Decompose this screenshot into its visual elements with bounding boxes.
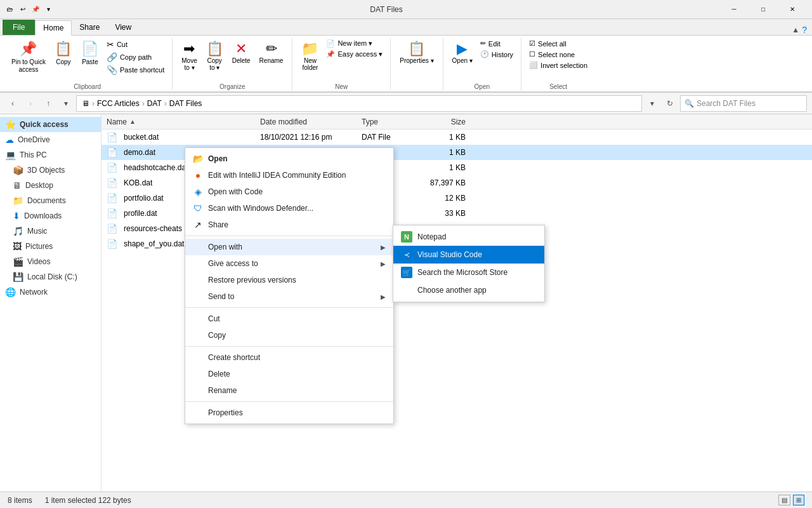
sub-store-item[interactable]: 🛒 Search the Microsoft Store	[393, 264, 544, 281]
file-row-bucket[interactable]: 📄 bucket.dat 18/10/2021 12:16 pm DAT Fil…	[102, 130, 812, 145]
list-view-icon[interactable]: ▤	[778, 495, 790, 505]
sidebar-item-videos[interactable]: 🎬 Videos	[0, 254, 101, 269]
sub-vscode-label: Visual Studio Code	[417, 250, 482, 259]
select-none-button[interactable]: ☐ Select none	[527, 49, 590, 60]
sidebar-item-quick-access[interactable]: ⭐ Quick access	[0, 117, 101, 132]
ctx-create-shortcut-item[interactable]: Create shortcut	[185, 349, 393, 366]
invert-selection-button[interactable]: ⬜ Invert selection	[527, 60, 590, 70]
history-button[interactable]: 🕐 History	[478, 49, 516, 60]
copy-button[interactable]: 📋 Copy	[51, 38, 76, 68]
refresh-button[interactable]: ↻	[662, 96, 678, 111]
search-box[interactable]: 🔍 Search DAT Files	[680, 95, 807, 112]
ctx-scan-item[interactable]: 🛡 Scan with Windows Defender...	[185, 200, 393, 217]
file-size-headshot: 1 KB	[425, 163, 476, 172]
path-fcc[interactable]: FCC Articles	[97, 99, 140, 108]
open-icon: ▶	[457, 41, 468, 57]
copy-path-button[interactable]: 🔗 Copy path	[104, 51, 167, 64]
ctx-vscode-item[interactable]: ◈ Open with Code	[185, 184, 393, 200]
forward-button[interactable]: ›	[23, 96, 38, 111]
ctx-rename-item[interactable]: Rename	[185, 382, 393, 399]
dat-file-icon-portfolio: 📄	[107, 193, 117, 203]
ctx-intellij-item[interactable]: ● Edit with IntelliJ IDEA Community Edit…	[185, 167, 393, 184]
ctx-give-access-item[interactable]: Give access to ▶	[185, 255, 393, 272]
back-button[interactable]: ‹	[5, 96, 20, 111]
tab-file[interactable]: File	[3, 20, 35, 35]
ribbon-help-icon[interactable]: ?	[802, 25, 807, 35]
pin-quick-access-button[interactable]: 📌 Pin to Quickaccess	[8, 38, 49, 76]
open-content: ▶ Open ▾ ✏ Edit 🕐 History	[449, 38, 516, 82]
ribbon-group-select: ☑ Select all ☐ Select none ⬜ Invert sele…	[521, 38, 595, 90]
sidebar-item-pictures[interactable]: 🖼 Pictures	[0, 239, 101, 254]
paste-icon: 📄	[81, 41, 98, 57]
new-item-button[interactable]: 📄 New item ▾	[324, 38, 385, 49]
copy-to-button[interactable]: 📋 Copyto ▾	[202, 38, 227, 74]
tab-home[interactable]: Home	[35, 20, 72, 36]
sidebar-item-this-pc[interactable]: 💻 This PC	[0, 147, 101, 163]
sidebar-item-desktop[interactable]: 🖥 Desktop	[0, 178, 101, 193]
tab-share[interactable]: Share	[72, 20, 107, 35]
ctx-share-item[interactable]: ↗ Share	[185, 217, 393, 233]
quick-access-icon1[interactable]: ↩	[18, 4, 28, 15]
sidebar-downloads-label: Downloads	[24, 211, 62, 220]
sidebar-item-downloads[interactable]: ⬇ Downloads	[0, 208, 101, 224]
up-button[interactable]: ↑	[41, 96, 56, 111]
rename-button[interactable]: ✏ Rename	[256, 38, 287, 67]
easy-access-button[interactable]: 📌 Easy access ▾	[324, 49, 385, 60]
paste-label: Paste	[82, 58, 98, 65]
ctx-copy-item[interactable]: Copy	[185, 327, 393, 344]
col-header-date[interactable]: Date modified	[260, 117, 362, 126]
col-header-type[interactable]: Type	[362, 117, 425, 126]
paste-button[interactable]: 📄 Paste	[77, 38, 103, 68]
col-header-name[interactable]: Name ▲	[102, 117, 260, 126]
select-content: ☑ Select all ☐ Select none ⬜ Invert sele…	[527, 38, 590, 82]
ribbon-collapse-icon[interactable]: ▲	[792, 25, 799, 34]
select-none-label: Select none	[538, 51, 575, 58]
edit-button[interactable]: ✏ Edit	[478, 38, 516, 49]
recent-locations-button[interactable]: ▾	[58, 96, 74, 111]
sub-notepad-item[interactable]: N Notepad	[393, 228, 544, 246]
paste-shortcut-button[interactable]: 📎 Paste shortcut	[104, 64, 167, 76]
sidebar-desktop-label: Desktop	[25, 181, 53, 190]
open-label: Open	[475, 83, 490, 90]
quick-access-icon2[interactable]: 📌	[30, 4, 41, 15]
close-button[interactable]: ✕	[778, 0, 807, 19]
sidebar-item-onedrive[interactable]: ☁ OneDrive	[0, 132, 101, 147]
minimize-button[interactable]: ─	[719, 0, 749, 19]
dropdown-path-button[interactable]: ▾	[645, 96, 660, 111]
delete-button[interactable]: ✕ Delete	[228, 38, 254, 67]
ctx-delete-item[interactable]: Delete	[185, 366, 393, 382]
open-button[interactable]: ▶ Open ▾	[449, 38, 476, 67]
dropdown-icon[interactable]: ▾	[43, 4, 53, 15]
ctx-restore-icon	[193, 275, 203, 285]
ctx-restore-item[interactable]: Restore previous versions	[185, 272, 393, 288]
tab-view[interactable]: View	[107, 20, 139, 35]
ctx-open-with-item[interactable]: Open with ▶	[185, 239, 393, 255]
details-view-icon[interactable]: ⊞	[793, 495, 804, 505]
move-to-button[interactable]: ➡ Moveto ▾	[178, 38, 200, 74]
ctx-send-to-item[interactable]: Send to ▶	[185, 288, 393, 305]
sub-other-item[interactable]: Choose another app	[393, 281, 544, 299]
ctx-cut-item[interactable]: Cut	[185, 311, 393, 327]
cut-button[interactable]: ✂ Cut	[104, 38, 167, 51]
ctx-open-item[interactable]: 📂 Open	[185, 150, 393, 167]
sub-vscode-item[interactable]: ≺ Visual Studio Code	[393, 246, 544, 264]
history-icon: 🕐	[480, 50, 489, 58]
path-dat[interactable]: DAT	[147, 99, 162, 108]
ribbon-group-properties: 📋 Properties ▾	[391, 38, 443, 90]
col-header-size[interactable]: Size	[425, 117, 476, 126]
address-path[interactable]: 🖥 › FCC Articles › DAT › DAT Files	[76, 95, 642, 112]
file-count: 8 items	[8, 496, 32, 505]
new-item-label: New item ▾	[337, 39, 372, 48]
sidebar-item-documents[interactable]: 📁 Documents	[0, 193, 101, 208]
file-list-header: Name ▲ Date modified Type Size	[102, 114, 812, 130]
path-datfiles[interactable]: DAT Files	[169, 99, 202, 108]
ctx-properties-item[interactable]: Properties	[185, 404, 393, 421]
sidebar-item-3d-objects[interactable]: 📦 3D Objects	[0, 163, 101, 178]
maximize-button[interactable]: □	[749, 0, 778, 19]
sidebar-item-network[interactable]: 🌐 Network	[0, 284, 101, 300]
properties-button[interactable]: 📋 Properties ▾	[396, 38, 437, 67]
sidebar-item-local-disk[interactable]: 💾 Local Disk (C:)	[0, 269, 101, 284]
select-all-button[interactable]: ☑ Select all	[527, 38, 590, 49]
sidebar-item-music[interactable]: 🎵 Music	[0, 224, 101, 239]
new-folder-button[interactable]: 📁 Newfolder	[298, 38, 322, 74]
